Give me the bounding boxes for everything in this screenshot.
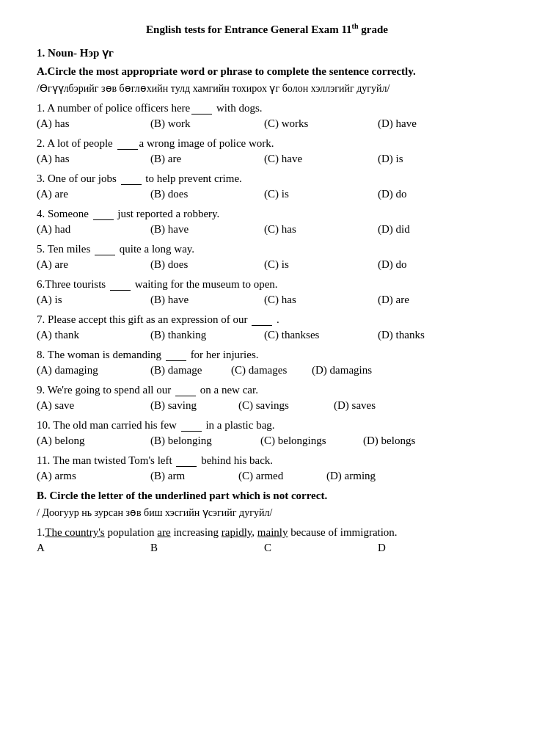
option-2c: (C) have bbox=[264, 153, 378, 165]
letter-b: B bbox=[150, 542, 264, 554]
option-6b: (B) have bbox=[150, 294, 264, 306]
letter-d: D bbox=[378, 542, 491, 554]
option-4b: (B) have bbox=[150, 223, 264, 236]
option-7b: (B) thanking bbox=[150, 329, 264, 341]
question-10: 10. The old man carried his few in a pla… bbox=[37, 419, 497, 432]
option-8c: (C) damages bbox=[231, 364, 312, 377]
option-11c: (C) armed bbox=[238, 470, 326, 482]
question-3: 3. One of our jobs to help prevent crime… bbox=[37, 172, 497, 185]
option-9a: (A) save bbox=[37, 399, 150, 412]
option-1c: (C) works bbox=[264, 117, 378, 130]
blank-6 bbox=[110, 290, 131, 291]
option-3d: (D) do bbox=[378, 188, 491, 200]
options-4: (A) had (B) have (C) has (D) did bbox=[37, 223, 497, 236]
letter-a: A bbox=[37, 542, 150, 554]
section-b-mongolian: / Доогуур нь зурсан зөв биш хэсгийн үсэг… bbox=[37, 506, 497, 519]
option-2a: (A) has bbox=[37, 153, 150, 165]
question-4: 4. Someone just reported a robbery. bbox=[37, 208, 497, 220]
title-main: English tests for Entrance General Exam … bbox=[146, 23, 352, 35]
option-9c: (C) savings bbox=[238, 399, 334, 412]
page-container: English tests for Entrance General Exam … bbox=[37, 22, 497, 554]
options-10: (A) belong (B) belonging (C) belongings … bbox=[37, 435, 497, 447]
options-2: (A) has (B) are (C) have (D) is bbox=[37, 153, 497, 165]
blank-9 bbox=[175, 396, 196, 396]
question-2: 2. A lot of people a wrong image of poli… bbox=[37, 137, 497, 150]
option-4c: (C) has bbox=[264, 223, 378, 236]
page-title: English tests for Entrance General Exam … bbox=[37, 22, 497, 36]
blank-3 bbox=[121, 184, 142, 185]
option-7c: (C) thankses bbox=[264, 329, 378, 341]
question-7: 7. Please accept this gift as an express… bbox=[37, 313, 497, 326]
option-11a: (A) arms bbox=[37, 470, 150, 482]
underline-a: The country's bbox=[45, 526, 104, 538]
option-5a: (A) are bbox=[37, 258, 150, 271]
option-10b: (B) belonging bbox=[150, 435, 260, 447]
option-2d: (D) is bbox=[378, 153, 491, 165]
question-1: 1. A number of police officers here with… bbox=[37, 102, 497, 115]
option-3c: (C) is bbox=[264, 188, 378, 200]
option-5b: (B) does bbox=[150, 258, 264, 271]
section-a-mongolian: /Өгүүлбэрийг зөв бөглөхийн тулд хамгийн … bbox=[37, 82, 497, 95]
options-8: (A) damaging (B) damage (C) damages (D) … bbox=[37, 364, 497, 377]
option-3b: (B) does bbox=[150, 188, 264, 200]
option-10c: (C) belongings bbox=[260, 435, 363, 447]
option-5d: (D) do bbox=[378, 258, 491, 271]
letter-c: C bbox=[264, 542, 378, 554]
options-6: (A) is (B) have (C) has (D) are bbox=[37, 294, 497, 306]
option-11b: (B) arm bbox=[150, 470, 238, 482]
option-4a: (A) had bbox=[37, 223, 150, 236]
option-6a: (A) is bbox=[37, 294, 150, 306]
option-6c: (C) has bbox=[264, 294, 378, 306]
question-5: 5. Ten miles quite a long way. bbox=[37, 243, 497, 255]
question-6: 6.Three tourists waiting for the museum … bbox=[37, 278, 497, 291]
question-11: 11. The man twisted Tom's left behind hi… bbox=[37, 454, 497, 467]
section-b-instruction: B. Circle the letter of the underlined p… bbox=[37, 490, 497, 502]
option-11d: (D) arming bbox=[326, 470, 400, 482]
blank-11 bbox=[176, 466, 197, 467]
underline-d: mainly bbox=[257, 526, 288, 538]
blank-2 bbox=[117, 149, 138, 150]
title-suffix: grade bbox=[359, 23, 388, 35]
underline-c: rapidly bbox=[222, 526, 252, 538]
option-9d: (D) saves bbox=[334, 399, 407, 412]
blank-10 bbox=[181, 431, 202, 432]
option-10a: (A) belong bbox=[37, 435, 150, 447]
option-1a: (A) has bbox=[37, 117, 150, 130]
underline-b: are bbox=[157, 526, 170, 538]
title-sup: th bbox=[352, 22, 359, 30]
option-7a: (A) thank bbox=[37, 329, 150, 341]
option-7d: (D) thanks bbox=[378, 329, 491, 341]
option-5c: (C) is bbox=[264, 258, 378, 271]
option-2b: (B) are bbox=[150, 153, 264, 165]
blank-5 bbox=[95, 255, 115, 255]
question-9: 9. We're going to spend all our on a new… bbox=[37, 384, 497, 396]
blank-1 bbox=[191, 114, 212, 115]
options-7: (A) thank (B) thanking (C) thankses (D) … bbox=[37, 329, 497, 341]
option-1d: (D) have bbox=[378, 117, 491, 130]
blank-7 bbox=[252, 325, 272, 326]
blank-4 bbox=[93, 219, 114, 220]
option-10d: (D) belongs bbox=[363, 435, 436, 447]
option-3a: (A) are bbox=[37, 188, 150, 200]
section-b-q1-letters: A B C D bbox=[37, 542, 497, 554]
blank-8 bbox=[166, 360, 186, 361]
option-4d: (D) did bbox=[378, 223, 491, 236]
options-9: (A) save (B) saving (C) savings (D) save… bbox=[37, 399, 497, 412]
option-9b: (B) saving bbox=[150, 399, 238, 412]
options-5: (A) are (B) does (C) is (D) do bbox=[37, 258, 497, 271]
section-b-q1: 1.The country's population are increasin… bbox=[37, 526, 497, 539]
option-8d: (D) damagins bbox=[312, 364, 392, 377]
section-a-instruction: A.Circle the most appropriate word or ph… bbox=[37, 65, 497, 78]
option-8b: (B) damage bbox=[150, 364, 231, 377]
question-8: 8. The woman is demanding for her injuri… bbox=[37, 349, 497, 361]
options-11: (A) arms (B) arm (C) armed (D) arming bbox=[37, 470, 497, 482]
option-1b: (B) work bbox=[150, 117, 264, 130]
option-8a: (A) damaging bbox=[37, 364, 150, 377]
option-6d: (D) are bbox=[378, 294, 491, 306]
options-3: (A) are (B) does (C) is (D) do bbox=[37, 188, 497, 200]
options-1: (A) has (B) work (C) works (D) have bbox=[37, 117, 497, 130]
section1-heading: 1. Noun- Нэр үг bbox=[37, 46, 497, 59]
